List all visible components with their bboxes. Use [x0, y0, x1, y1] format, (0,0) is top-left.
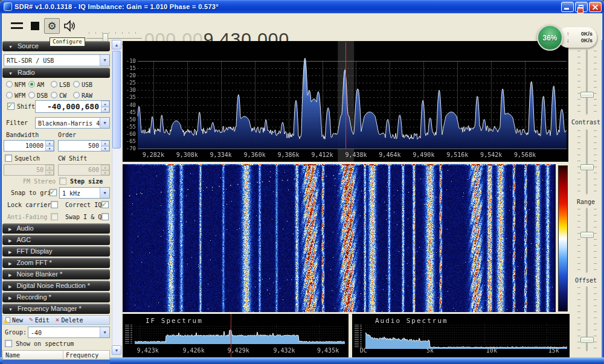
panel-label: Radio — [18, 69, 35, 76]
delete-entry-button[interactable]: ✕Delete — [56, 317, 83, 324]
sidebar-scrollbar[interactable]: ▲ ▼ — [112, 40, 121, 355]
slider-ticks — [577, 209, 580, 272]
dropdown-arrow-icon[interactable]: ▼ — [100, 327, 109, 337]
contrast-slider-thumb[interactable] — [580, 164, 594, 170]
scrollbar-thumb[interactable] — [112, 51, 121, 148]
order-value[interactable]: 500 — [60, 141, 99, 151]
stop-button[interactable] — [27, 18, 43, 34]
frequency-axis-label: 9,412k — [311, 152, 333, 158]
toolbar: ⚙ 000.009.430.000 — [2, 13, 602, 40]
show-on-spectrum-checkbox[interactable] — [5, 340, 12, 347]
squelch-value: 50 — [5, 165, 43, 175]
mode-wfm[interactable]: WFM — [6, 92, 28, 100]
mode-cw[interactable]: CW — [51, 92, 72, 100]
cw-shift-label: CW Shift — [58, 155, 87, 162]
range-slider[interactable] — [575, 206, 599, 274]
mode-dsb[interactable]: DSB — [28, 92, 50, 100]
close-button[interactable] — [589, 2, 602, 12]
lock-carrier-label: Lock carrier — [7, 202, 51, 208]
panel-label: Recording * — [16, 293, 51, 301]
mode-raw[interactable]: RAW — [73, 92, 95, 100]
frequency-axis-label: 9,334k — [210, 152, 232, 158]
mode-am[interactable]: AM — [28, 81, 50, 89]
mode-nfm[interactable]: NFM — [6, 81, 28, 89]
shift-label: Shift — [17, 103, 35, 110]
snap-to-grid-checkbox[interactable]: ✓ — [50, 189, 57, 196]
column-header-frequency[interactable]: Frequency — [63, 351, 109, 359]
edit-entry-button[interactable]: ✎Edit — [29, 317, 50, 324]
collapse-icon: ▶ — [8, 273, 11, 277]
dropdown-arrow-icon[interactable]: ▼ — [100, 188, 109, 198]
new-entry-button[interactable]: New — [5, 317, 23, 324]
bandwidth-value[interactable]: 10000 — [5, 141, 43, 151]
spin-down-icon[interactable]: ▼ — [45, 146, 54, 152]
scroll-down-button[interactable]: ▼ — [112, 345, 121, 355]
rx-rate: 0K/s — [581, 31, 593, 37]
configure-button[interactable]: ⚙ — [44, 18, 60, 34]
frequency-axis-label: 9,308k — [176, 152, 198, 158]
step-size-dropdown[interactable]: 1 kHz ▼ — [59, 187, 110, 199]
panel-header-zoom-fft[interactable]: ▶Zoom FFT * — [2, 258, 110, 268]
spin-up-icon[interactable]: ▲ — [101, 141, 109, 146]
mute-button[interactable] — [62, 18, 78, 34]
spin-up-icon[interactable]: ▲ — [45, 141, 54, 146]
frequency-table-header: Name Frequency — [2, 350, 110, 360]
spin-down-icon[interactable]: ▼ — [101, 146, 109, 152]
selected-table-row[interactable] — [2, 360, 110, 364]
dropdown-arrow-icon[interactable]: ▼ — [100, 55, 109, 66]
audio-axis-label: 10k — [486, 347, 497, 354]
contrast-slider[interactable] — [575, 128, 599, 196]
panel-header-agc[interactable]: ▶AGC — [2, 235, 110, 245]
panel-header-frequency-manager[interactable]: ▼Frequency Manager * — [2, 304, 110, 314]
panel-header-audio[interactable]: ▶Audio — [2, 223, 110, 234]
minimize-button[interactable] — [561, 2, 574, 12]
dropdown-arrow-icon[interactable]: ▼ — [100, 118, 109, 128]
shift-value-spinner[interactable]: -40,000,680 ▲▼ — [35, 100, 110, 113]
order-spinner[interactable]: 500 ▲▼ — [58, 140, 110, 152]
radio-icon — [73, 81, 80, 88]
group-dropdown[interactable]: -40 ▼ — [28, 327, 110, 338]
title-bar[interactable]: SDR# v1.0.0.1318 - IQ Imbalance: Gain = … — [0, 0, 604, 13]
zoom-slider[interactable] — [575, 48, 599, 116]
panel-header-digital-noise-reduction[interactable]: ▶Digital Noise Reduction * — [2, 281, 110, 291]
panel-header-recording[interactable]: ▶Recording * — [2, 292, 110, 302]
lock-carrier-checkbox[interactable] — [51, 201, 58, 208]
scroll-up-icon: ▲ — [115, 43, 119, 47]
zoom-slider-thumb[interactable] — [580, 92, 594, 98]
panel-label: AGC — [16, 236, 31, 243]
panel-header-radio[interactable]: ▼Radio — [2, 68, 110, 78]
range-slider-thumb[interactable] — [580, 232, 594, 238]
spectrum-display[interactable] — [123, 41, 568, 162]
filter-dropdown[interactable]: Blackman-Harris 4 ▼ — [35, 117, 110, 129]
if-axis-label: 9,423k — [137, 347, 159, 354]
column-header-name[interactable]: Name — [3, 351, 63, 359]
panel-header-noise-blanker[interactable]: ▶Noise Blanker * — [2, 269, 110, 279]
mode-usb[interactable]: USB — [73, 81, 95, 89]
db-axis-label: -60 — [123, 131, 136, 137]
scroll-up-button[interactable]: ▲ — [112, 40, 121, 49]
offset-slider[interactable] — [575, 285, 599, 353]
swap-iq-checkbox[interactable] — [101, 213, 109, 220]
spin-up-icon[interactable]: ▲ — [101, 101, 109, 107]
frequency-axis-label: 9,542k — [480, 152, 502, 158]
menu-button[interactable] — [9, 18, 25, 34]
spin-down-icon[interactable]: ▼ — [101, 107, 109, 113]
waterfall-display[interactable] — [123, 164, 556, 312]
source-device-dropdown[interactable]: RTL-SDR / USB ▼ — [4, 54, 110, 66]
shift-value[interactable]: -40,000,680 — [37, 101, 99, 112]
offset-slider-thumb[interactable] — [580, 337, 594, 343]
window-title: SDR# v1.0.0.1318 - IQ Imbalance: Gain = … — [14, 3, 219, 10]
correct-iq-checkbox[interactable]: ✓ — [101, 201, 109, 208]
radio-icon — [6, 92, 13, 98]
group-label: Group: — [5, 329, 27, 336]
bandwidth-spinner[interactable]: 10000 ▲▼ — [4, 140, 54, 152]
db-axis-label: -35 — [123, 94, 136, 100]
restore-button[interactable] — [575, 2, 588, 12]
squelch-checkbox[interactable] — [5, 155, 12, 162]
mode-lsb[interactable]: LSB — [51, 81, 72, 89]
order-label: Order — [58, 132, 76, 138]
shift-checkbox[interactable]: ✓ — [7, 103, 14, 110]
slider-track — [586, 49, 588, 115]
collapse-icon: ▼ — [8, 45, 13, 49]
panel-header-fft-display[interactable]: ▶FFT Display — [2, 246, 110, 257]
